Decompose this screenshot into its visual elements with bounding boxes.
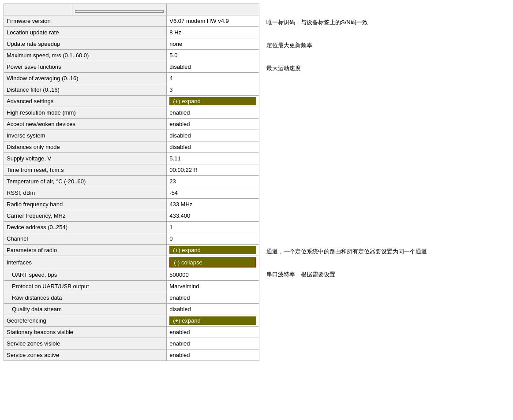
table-row: UART speed, bps500000	[4, 269, 259, 281]
row-label: Quality data stream	[4, 304, 167, 315]
expand-button[interactable]: (+) expand	[169, 316, 256, 325]
table-row: Device address (0..254)1	[4, 222, 259, 233]
expand-button[interactable]: (+) expand	[169, 97, 256, 105]
table-row: Quality data streamdisabled	[4, 304, 259, 315]
table-row: Time from reset, h:m:s00:00:22 R	[4, 164, 259, 176]
row-label: Inverse system	[4, 130, 167, 141]
row-label: Window of averaging (0..16)	[4, 73, 167, 84]
row-label: Temperature of air, °C (-20..60)	[4, 176, 167, 187]
table-row: Advanced settings(+) expand	[4, 96, 259, 107]
row-value: 8 Hz	[167, 27, 259, 38]
row-label: Time from reset, h:m:s	[4, 164, 167, 176]
row-value: enabled	[167, 349, 259, 361]
table-row: Radio frequency band433 MHz	[4, 199, 259, 210]
table-row: High resolution mode (mm)enabled	[4, 107, 259, 119]
table-row: Temperature of air, °C (-20..60)23	[4, 176, 259, 187]
row-value: enabled	[167, 119, 259, 130]
row-value: 5.11	[167, 153, 259, 164]
table-row: Raw distances dataenabled	[4, 292, 259, 304]
copy-to-clipboard-button[interactable]	[75, 10, 164, 13]
table-row: Update rate speedupnone	[4, 38, 259, 50]
table-row: Stationary beacons visibleenabled	[4, 327, 259, 338]
table-row: Distance filter (0..16)3	[4, 84, 259, 96]
table-row: Maximum speed, m/s (0.1..60.0)5.0	[4, 50, 259, 61]
row-label: Update rate speedup	[4, 38, 167, 50]
row-value: 500000	[167, 269, 259, 281]
table-row: Georeferencing(+) expand	[4, 315, 259, 327]
row-value: Marvelmind	[167, 281, 259, 292]
row-value: 5.0	[167, 50, 259, 61]
settings-table-section: Firmware versionV6.07 modem HW v4.9Locat…	[4, 4, 259, 369]
row-value: V6.07 modem HW v4.9	[167, 15, 259, 27]
row-value: 433.400	[167, 210, 259, 222]
row-label: Radio frequency band	[4, 199, 167, 210]
row-value: none	[167, 38, 259, 50]
row-value: 00:00:22 R	[167, 164, 259, 176]
row-value: enabled	[167, 338, 259, 349]
table-row: Parameters of radio(+) expand	[4, 245, 259, 256]
row-label: Service zones active	[4, 349, 167, 361]
row-label: Advanced settings	[4, 96, 167, 107]
row-value: disabled	[167, 130, 259, 141]
row-value: 4	[167, 73, 259, 84]
row-value: enabled	[167, 327, 259, 338]
collapse-button[interactable]: (-) collapse	[169, 257, 256, 268]
table-row: Firmware versionV6.07 modem HW v4.9	[4, 15, 259, 27]
table-row: Accept new/woken devicesenabled	[4, 119, 259, 130]
row-label: Device address (0..254)	[4, 222, 167, 233]
row-label: Maximum speed, m/s (0.1..60.0)	[4, 50, 167, 61]
table-row: Power save functionsdisabled	[4, 61, 259, 73]
notes-section: 唯一标识码，与设备标签上的S/N码一致定位最大更新频率最大运动速度通道，一个定位…	[266, 4, 509, 369]
row-label: Channel	[4, 233, 167, 245]
row-value[interactable]: (+) expand	[167, 96, 259, 107]
table-row: Location update rate8 Hz	[4, 27, 259, 38]
note-text: 串口波特率，根据需要设置	[266, 271, 509, 279]
row-value: 3	[167, 84, 259, 96]
notes-container: 唯一标识码，与设备标签上的S/N码一致定位最大更新频率最大运动速度通道，一个定位…	[266, 5, 509, 369]
settings-table: Firmware versionV6.07 modem HW v4.9Locat…	[4, 4, 259, 361]
table-row: Service zones activeenabled	[4, 349, 259, 361]
row-label: Distances only mode	[4, 141, 167, 153]
table-row: Window of averaging (0..16)4	[4, 73, 259, 84]
header-row	[4, 4, 259, 15]
row-label: Interfaces	[4, 256, 167, 269]
row-value: disabled	[167, 141, 259, 153]
row-value: enabled	[167, 292, 259, 304]
row-label: Accept new/woken devices	[4, 119, 167, 130]
row-value: 0	[167, 233, 259, 245]
table-row: Supply voltage, V5.11	[4, 153, 259, 164]
table-row: Channel0	[4, 233, 259, 245]
table-row: Distances only modedisabled	[4, 141, 259, 153]
row-value: -54	[167, 187, 259, 199]
row-label: High resolution mode (mm)	[4, 107, 167, 119]
table-row: RSSI, dBm-54	[4, 187, 259, 199]
note-text: 通道，一个定位系统中的路由和所有定位器要设置为同一个通道	[266, 248, 509, 256]
expand-button[interactable]: (+) expand	[169, 246, 256, 254]
row-label: Location update rate	[4, 27, 167, 38]
table-row: Protocol on UART/USB outputMarvelmind	[4, 281, 259, 292]
table-row: Inverse systemdisabled	[4, 130, 259, 141]
row-label: RSSI, dBm	[4, 187, 167, 199]
row-label: Parameters of radio	[4, 245, 167, 256]
table-row: Interfaces(-) collapse	[4, 256, 259, 269]
row-label: Stationary beacons visible	[4, 327, 167, 338]
row-label: Carrier frequency, MHz	[4, 210, 167, 222]
row-value[interactable]: (+) expand	[167, 315, 259, 327]
row-value: disabled	[167, 304, 259, 315]
row-value[interactable]: (+) expand	[167, 245, 259, 256]
table-row: Service zones visibleenabled	[4, 338, 259, 349]
settings-tbody: Firmware versionV6.07 modem HW v4.9Locat…	[4, 15, 259, 361]
row-value[interactable]: (-) collapse	[167, 256, 259, 269]
row-label: Protocol on UART/USB output	[4, 281, 167, 292]
row-label: Service zones visible	[4, 338, 167, 349]
note-text: 定位最大更新频率	[266, 41, 509, 49]
copy-to-clipboard-cell[interactable]	[72, 4, 167, 15]
note-text: 唯一标识码，与设备标签上的S/N码一致	[266, 19, 509, 26]
row-label: Distance filter (0..16)	[4, 84, 167, 96]
row-label: Firmware version	[4, 15, 167, 27]
row-value: enabled	[167, 107, 259, 119]
cpu-id-value	[167, 4, 259, 15]
note-text: 最大运动速度	[266, 64, 509, 72]
cpu-id-label	[4, 4, 72, 15]
main-container: Firmware versionV6.07 modem HW v4.9Locat…	[0, 0, 513, 373]
